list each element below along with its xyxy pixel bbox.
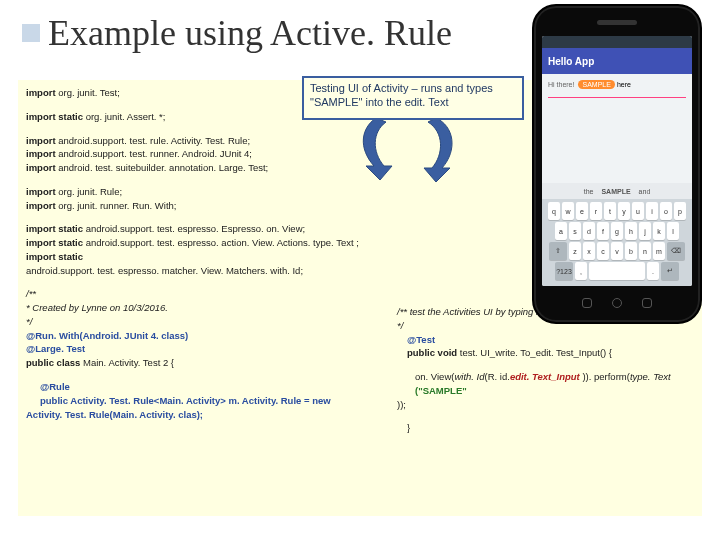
key-g: g xyxy=(611,222,623,240)
code-text: android.support. test. espresso. action.… xyxy=(83,237,359,248)
annotation-param: (Android. JUnit 4. class) xyxy=(80,330,189,341)
id-edittext: edit. Text_Input xyxy=(510,371,580,382)
kw-import: import xyxy=(26,87,56,98)
code-text: android.support. test. rule. Activity. T… xyxy=(56,135,251,146)
key-b: b xyxy=(625,242,637,260)
kw-import: import xyxy=(26,200,56,211)
sample-pill: SAMPLE xyxy=(578,80,614,89)
key-t: t xyxy=(604,202,616,220)
call-onview: on. View( xyxy=(415,371,454,382)
class-name: Main. Activity. Test 2 { xyxy=(80,357,174,368)
key-⇧: ⇧ xyxy=(549,242,567,260)
kw-import: import xyxy=(26,135,56,146)
code-text: android. test. suitebuilder. annotation.… xyxy=(56,162,269,173)
key-p: p xyxy=(674,202,686,220)
key-h: h xyxy=(625,222,637,240)
accent-square xyxy=(22,24,40,42)
call-rid: (R. id. xyxy=(485,371,510,382)
suggest-3: and xyxy=(639,188,651,195)
rule-var: m. Activity. Rule = xyxy=(226,395,312,406)
key-r: r xyxy=(590,202,602,220)
annotation: @Run. With xyxy=(26,330,80,341)
code-right-column: /** test the Activities UI by typing int… xyxy=(397,305,702,435)
key-q: q xyxy=(548,202,560,220)
key-f: f xyxy=(597,222,609,240)
key-symbols: ?123 xyxy=(555,262,573,280)
phone-content: Hi there! SAMPLE here xyxy=(542,74,692,95)
key-n: n xyxy=(639,242,651,260)
kw-import: import xyxy=(26,148,56,159)
key-dot: . xyxy=(647,262,659,280)
code-text: android.support. test. espresso. matcher… xyxy=(26,265,303,276)
suggest-1: the xyxy=(584,188,594,195)
key-v: v xyxy=(611,242,623,260)
slide: Example using Active. Rule Testing UI of… xyxy=(0,0,720,540)
key-o: o xyxy=(660,202,672,220)
key-k: k xyxy=(653,222,665,240)
kw-class: public class xyxy=(26,357,80,368)
phone-keyboard: qwertyuiop asdfghjkl ⇧zxcvbnm⌫ ?123 , . … xyxy=(542,199,692,286)
key-a: a xyxy=(555,222,567,240)
key-c: c xyxy=(597,242,609,260)
phone-earpiece xyxy=(597,20,637,25)
nav-back-icon xyxy=(582,298,592,308)
nav-home-icon xyxy=(612,298,622,308)
call-perform: )). perform( xyxy=(580,371,630,382)
phone-appbar: Hello App xyxy=(542,48,692,74)
key-comma: , xyxy=(575,262,587,280)
key-d: d xyxy=(583,222,595,240)
annotation-test: @Test xyxy=(397,333,702,347)
phone-nav-icons xyxy=(582,296,652,310)
keyboard-row-2: asdfghjkl xyxy=(544,222,690,240)
call-withid: with. Id xyxy=(454,371,484,382)
key-y: y xyxy=(618,202,630,220)
phone-statusbar xyxy=(542,36,692,48)
nav-recent-icon xyxy=(642,298,652,308)
code-text: android.support. test. espresso. Espress… xyxy=(83,223,305,234)
phone-screen: Hello App Hi there! SAMPLE here the SAMP… xyxy=(542,36,692,286)
key-u: u xyxy=(632,202,644,220)
keyboard-suggest: the SAMPLE and xyxy=(542,183,692,199)
key-s: s xyxy=(569,222,581,240)
call-tail: )); xyxy=(397,398,702,412)
callout-box: Testing UI of Activity – runs and types … xyxy=(302,76,524,120)
key-x: x xyxy=(583,242,595,260)
key-j: j xyxy=(639,222,651,240)
string-sample: ("SAMPLE" xyxy=(415,385,467,396)
key-i: i xyxy=(646,202,658,220)
keyboard-row-3: ⇧zxcvbnm⌫ xyxy=(544,242,690,260)
kw-import-static: import static xyxy=(26,251,83,262)
rule-type: Activity. Test. Rule<Main. Activity> xyxy=(68,395,226,406)
code-text: org. junit. Assert. *; xyxy=(83,111,165,122)
kw-public: public xyxy=(40,395,68,406)
edittext-underline xyxy=(548,97,686,98)
slide-title: Example using Active. Rule xyxy=(48,12,452,54)
key-l: l xyxy=(667,222,679,240)
here-text: here xyxy=(617,81,631,88)
app-title: Hello App xyxy=(548,56,594,67)
key-enter: ↵ xyxy=(661,262,679,280)
call-typetext: type. Text xyxy=(630,371,671,382)
kw-import-static: import static xyxy=(26,111,83,122)
code-text: android.support. test. runner. Android. … xyxy=(56,148,252,159)
code-text: org. junit. Rule; xyxy=(56,186,123,197)
method-name: test. UI_write. To_edit. Test_Input() { xyxy=(457,347,612,358)
brace-close: } xyxy=(397,421,702,435)
kw-new: new xyxy=(312,395,330,406)
code-text: org. junit. Test; xyxy=(56,87,120,98)
key-w: w xyxy=(562,202,574,220)
phone-mockup: Hello App Hi there! SAMPLE here the SAMP… xyxy=(532,4,702,324)
key-e: e xyxy=(576,202,588,220)
callout-arrow-icon xyxy=(356,118,466,182)
kw-import-static: import static xyxy=(26,237,83,248)
hello-text: Hi there! xyxy=(548,81,574,88)
kw-method: public void xyxy=(407,347,457,358)
key-z: z xyxy=(569,242,581,260)
keyboard-row-1: qwertyuiop xyxy=(544,202,690,220)
edit-text-wrap: SAMPLE here xyxy=(578,80,630,89)
key-m: m xyxy=(653,242,665,260)
kw-import: import xyxy=(26,162,56,173)
kw-import: import xyxy=(26,186,56,197)
suggest-2: SAMPLE xyxy=(601,188,630,195)
kw-import-static: import static xyxy=(26,223,83,234)
